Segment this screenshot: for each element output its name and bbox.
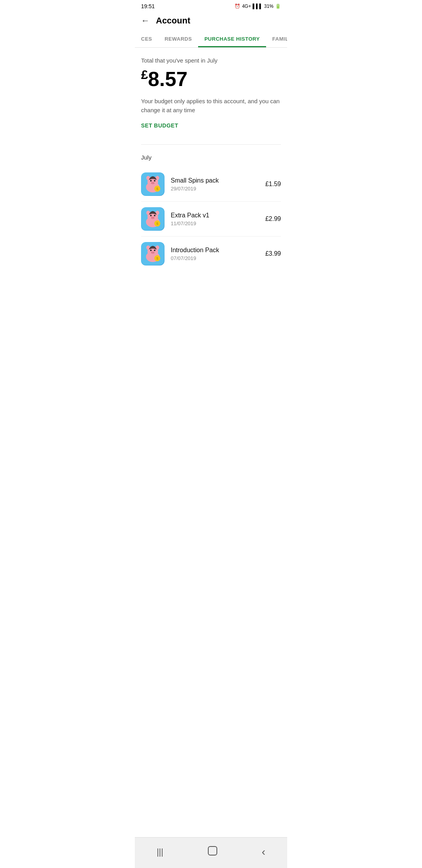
item-price-1: £1.59: [265, 181, 281, 188]
set-budget-button[interactable]: SET BUDGET: [141, 122, 281, 129]
svg-point-30: [152, 252, 152, 253]
svg-point-19: [153, 217, 154, 218]
total-amount: £8.57: [141, 68, 281, 89]
tabs-container: CES REWARDS PURCHASE HISTORY FAMILY: [135, 30, 287, 48]
network-icon: 4G+: [242, 4, 251, 9]
item-info-2: Extra Pack v1 11/07/2019: [171, 212, 265, 226]
purchase-item[interactable]: $ Extra Pack v1 11/07/2019 £2.99: [141, 202, 281, 237]
header: ← Account: [135, 11, 287, 30]
alarm-icon: ⏰: [234, 4, 240, 9]
svg-point-17: [151, 217, 155, 219]
tab-family[interactable]: FAMILY: [266, 30, 287, 47]
svg-text:$: $: [156, 222, 159, 226]
item-date-1: 29/07/2019: [171, 186, 265, 192]
svg-text:$: $: [156, 256, 159, 261]
item-info-3: Introduction Pack 07/07/2019: [171, 247, 265, 261]
month-label: July: [141, 151, 281, 161]
item-icon-2: $: [141, 207, 165, 231]
item-info-1: Small Spins pack 29/07/2019: [171, 177, 265, 192]
svg-point-29: [151, 251, 155, 254]
svg-point-31: [153, 252, 154, 253]
item-date-3: 07/07/2019: [171, 255, 265, 261]
status-bar: 19:51 ⏰ 4G+ ▌▌▌ 31% 🔋: [135, 0, 287, 11]
item-name-1: Small Spins pack: [171, 177, 265, 184]
total-label: Total that you've spent in July: [141, 57, 281, 64]
tab-balances[interactable]: CES: [135, 30, 158, 47]
svg-point-3: [150, 180, 152, 182]
svg-point-4: [154, 180, 156, 182]
item-icon-3: $: [141, 242, 165, 265]
amount-value: 8.57: [148, 68, 188, 90]
tab-rewards[interactable]: REWARDS: [158, 30, 198, 47]
status-right: ⏰ 4G+ ▌▌▌ 31% 🔋: [234, 4, 281, 9]
item-name-2: Extra Pack v1: [171, 212, 265, 219]
svg-point-28: [154, 250, 156, 251]
purchase-item[interactable]: $ Small Spins pack 29/07/2019 £1.59: [141, 167, 281, 202]
item-icon-1: $: [141, 172, 165, 196]
item-price-2: £2.99: [265, 215, 281, 222]
back-button[interactable]: ←: [141, 16, 150, 26]
page-title: Account: [156, 16, 190, 26]
item-name-3: Introduction Pack: [171, 247, 265, 254]
battery-text: 31%: [264, 4, 274, 9]
svg-text:$: $: [156, 187, 159, 191]
svg-point-27: [150, 250, 152, 251]
item-price-3: £3.99: [265, 250, 281, 257]
svg-point-7: [153, 183, 154, 183]
svg-point-18: [152, 217, 152, 218]
svg-point-15: [150, 215, 152, 217]
budget-description: Your budget only applies to this account…: [141, 97, 281, 115]
battery-icon: 🔋: [275, 4, 281, 9]
svg-point-5: [151, 182, 155, 185]
divider: [141, 144, 281, 145]
item-date-2: 11/07/2019: [171, 221, 265, 226]
main-content: Total that you've spent in July £8.57 Yo…: [135, 48, 287, 280]
currency-symbol: £: [141, 68, 148, 82]
purchase-item[interactable]: $ Introduction Pack 07/07/2019 £3.99: [141, 237, 281, 271]
svg-point-16: [154, 215, 156, 217]
svg-point-6: [152, 183, 152, 183]
signal-icon: ▌▌▌: [252, 4, 263, 9]
status-time: 19:51: [141, 3, 155, 9]
tab-purchase-history[interactable]: PURCHASE HISTORY: [198, 30, 266, 47]
